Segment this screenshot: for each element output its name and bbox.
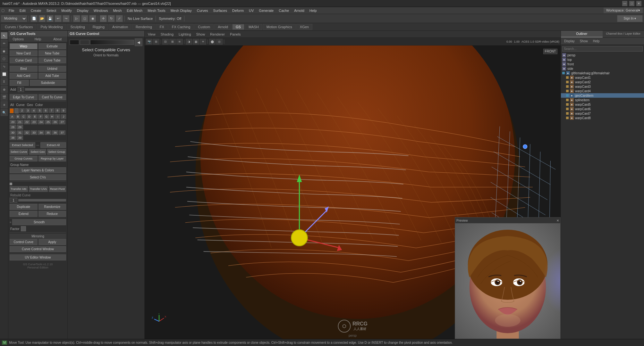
gs-card-to-curve-button[interactable]: Card To Curve — [38, 94, 66, 100]
mode-tab-fx[interactable]: FX — [156, 24, 168, 30]
viewport-canvas[interactable]: FRONT X Y Z ⬡ RRCG 人人素材 — [145, 45, 561, 339]
gs-select-curve-button[interactable]: Select Curve — [10, 149, 28, 155]
gs-num-5[interactable]: 5 — [37, 108, 42, 113]
gs-randomize-button[interactable]: Randomize — [38, 204, 66, 210]
gs-color-2[interactable] — [14, 108, 19, 113]
outliner-item-side[interactable]: ■side — [561, 66, 644, 71]
right-sub-display[interactable]: Display — [563, 39, 576, 44]
menu-mesh-tools[interactable]: Mesh Tools — [145, 8, 167, 13]
gs-unbind-button[interactable]: Unbind — [38, 66, 66, 72]
vp-camera-button[interactable]: 📷 — [146, 39, 152, 45]
open-file-button[interactable]: 📂 — [38, 15, 46, 22]
gs-curve-card-button[interactable]: Curve Card — [10, 57, 38, 63]
menu-generate[interactable]: Generate — [257, 8, 276, 13]
gs-num-32[interactable]: 32 — [24, 130, 30, 135]
gs-uv-editor-window-button[interactable]: UV Editor Window — [10, 254, 66, 260]
gs-num-38[interactable]: 38 — [10, 136, 16, 140]
gs-num-30[interactable]: 30 — [10, 130, 16, 135]
vp-menu-lighting[interactable]: Lighting — [177, 32, 192, 37]
mode-tab-animation[interactable]: Animation — [109, 24, 131, 30]
gs-reduce-button[interactable]: Reduce — [38, 211, 66, 217]
gs-num-33[interactable]: 33 — [31, 130, 37, 135]
redo-button[interactable]: ↪ — [63, 15, 70, 22]
menu-cache[interactable]: Cache — [276, 8, 291, 13]
gs-num-3[interactable]: 3 — [25, 108, 30, 113]
gs-num-7[interactable]: 7 — [49, 108, 54, 113]
gs-bind-button[interactable]: Bind — [10, 66, 38, 72]
gs-control-curve-button[interactable]: Control Curve — [10, 239, 38, 245]
gs-curve-tube-button[interactable]: Curve Tube — [38, 57, 66, 63]
gs-fill-button[interactable]: Fill — [10, 80, 29, 86]
fx-icon-btn[interactable]: ✳ — [1, 101, 8, 108]
mode-tab-gs[interactable]: GS — [232, 24, 244, 30]
select-icon-btn[interactable]: ↖ — [1, 32, 8, 39]
gs-new-tube-button[interactable]: New Tube — [38, 50, 66, 56]
gs-num-8[interactable]: 8 — [55, 108, 60, 113]
menu-mesh[interactable]: Mesh — [111, 8, 124, 13]
deform-icon-btn[interactable]: ⧖ — [1, 78, 8, 85]
scale-tool-button[interactable]: ⤢ — [116, 15, 123, 22]
sculpt-icon-btn[interactable]: ◉ — [1, 47, 8, 54]
menu-mesh-display[interactable]: Mesh Display — [168, 8, 194, 13]
gsc-color-dark[interactable] — [80, 40, 89, 45]
vp-menu-panels[interactable]: Panels — [229, 32, 242, 37]
right-sub-help[interactable]: Help — [592, 39, 601, 44]
select-tool-button[interactable]: ▷ — [73, 15, 80, 22]
gs-extract-all-button[interactable]: Extract All — [40, 142, 66, 148]
gs-num-6[interactable]: 6 — [43, 108, 48, 113]
gs-color-1[interactable] — [10, 108, 14, 113]
gs-letter-F[interactable]: F — [38, 114, 43, 119]
vp-normals-button[interactable]: ⊠ — [169, 39, 176, 45]
save-file-button[interactable]: 💾 — [47, 15, 54, 22]
gs-extrude-button[interactable]: Extrude — [38, 43, 66, 49]
outliner-item-warpCard1[interactable]: ■warpCard1 — [561, 75, 644, 80]
gs-subdivide-button[interactable]: Subdivide — [30, 80, 66, 86]
gs-duplicate-button[interactable]: Duplicate — [10, 204, 38, 210]
outliner-item-geocarditem[interactable]: ■geoCarditem — [561, 93, 644, 98]
gs-num-36[interactable]: 36 — [52, 130, 58, 135]
gs-letter-G[interactable]: G — [44, 114, 49, 119]
outliner-item-warpCard2[interactable]: ■warpCard2 — [561, 80, 644, 84]
gs-warp-button[interactable]: Warp — [10, 43, 38, 49]
mode-dropdown[interactable]: Modeling — [1, 15, 27, 22]
gs-rebuild-slider[interactable] — [18, 199, 66, 202]
vp-grid-button[interactable]: ⊟ — [162, 39, 169, 45]
outliner-item-warpCard4[interactable]: ■warpCard4 — [561, 89, 644, 93]
menu-file[interactable]: File — [6, 8, 17, 13]
curve-icon-btn[interactable]: ∿ — [1, 63, 8, 70]
viewport[interactable]: View Shading Lighting Show Renderer Pane… — [145, 31, 561, 339]
gs-rebuild-input[interactable] — [10, 198, 17, 203]
mode-tab-sculpting[interactable]: Sculpting — [67, 24, 89, 30]
gs-num-29[interactable]: 29 — [17, 125, 23, 129]
gs-letter-D[interactable]: D — [27, 114, 32, 119]
right-sub-show[interactable]: Show — [579, 39, 589, 44]
search-icon-btn[interactable]: 🔍 — [1, 109, 8, 116]
gs-select-geo-button[interactable]: Select Geo — [29, 149, 47, 155]
outliner-item-warpCard3[interactable]: ■warpCard3 — [561, 84, 644, 89]
rigging-icon-btn[interactable]: ⊕ — [1, 86, 8, 93]
move-tool-button[interactable]: ✛ — [100, 15, 107, 22]
gs-num-26[interactable]: 26 — [52, 120, 58, 124]
menu-surfaces[interactable]: Surfaces — [211, 8, 229, 13]
polygon-icon-btn[interactable]: ⬡ — [1, 55, 8, 62]
sign-in-button[interactable]: Sign In ▾ — [617, 15, 643, 22]
mode-tab-arnold[interactable]: Arnold — [214, 24, 232, 30]
outliner-item-warpCard8[interactable]: ■warpCard8 — [561, 116, 644, 120]
maya-icon[interactable]: ⬡ — [1, 8, 4, 13]
right-tab-channel-box[interactable]: Channel Box / Layer Editor — [603, 31, 644, 37]
gs-edge-to-curve-button[interactable]: Edge To Curve — [10, 94, 38, 100]
mode-tab-poly-modeling[interactable]: Poly Modeling — [37, 24, 66, 30]
menu-create[interactable]: Create — [29, 8, 44, 13]
gs-num-4[interactable]: 4 — [31, 108, 36, 113]
mode-tab-rendering[interactable]: Rendering — [132, 24, 156, 30]
menu-display[interactable]: Display — [75, 8, 91, 13]
gs-letter-I[interactable]: I — [55, 114, 60, 119]
mode-tab-xgen[interactable]: XGen — [296, 24, 312, 30]
vp-light-button[interactable]: ☀ — [200, 39, 206, 45]
minimize-button[interactable]: — — [622, 1, 627, 6]
gs-letter-J[interactable]: J — [61, 114, 66, 119]
menu-help[interactable]: Help — [307, 8, 319, 13]
gs-curve-control-window-button[interactable]: Curve Control Window — [10, 246, 66, 252]
gs-new-card-button[interactable]: New Card — [10, 50, 38, 56]
gs-apply-button[interactable]: Apply — [38, 239, 66, 245]
